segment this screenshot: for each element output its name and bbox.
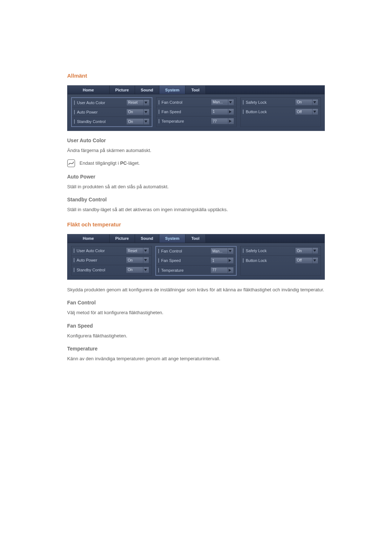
row-marker (243, 110, 244, 114)
value-dropdown[interactable]: Reset (126, 99, 150, 106)
value-text: Man... (212, 249, 226, 253)
value-stepper[interactable]: 77 (211, 118, 234, 124)
value-dropdown[interactable]: On (126, 257, 149, 263)
panel-row: Auto PowerOn (72, 107, 152, 117)
tab-picture[interactable]: Picture (110, 234, 135, 243)
note-text: Endast tillgängligt i PC-läget. (79, 160, 140, 166)
text-fan-speed: Konfigurera fläkthastigheten. (67, 332, 325, 340)
panel-row: Temperature77 (156, 116, 236, 126)
row-marker (159, 110, 159, 114)
row-marker (74, 100, 75, 105)
chevron-down-icon (143, 100, 148, 106)
value-text: Off (297, 258, 311, 262)
row-marker (159, 119, 159, 123)
value-text: Reset (128, 100, 142, 104)
panel-row: Standby ControlOn (72, 265, 151, 275)
row-label: Fan Speed (161, 258, 208, 263)
heading-allmant: Allmänt (67, 73, 325, 79)
value-dropdown[interactable]: On (295, 99, 318, 106)
text-user-auto-color: Ändra färgerna på skärmen automatiskt. (67, 147, 325, 154)
heading-temperature: Temperature (67, 346, 325, 352)
value-text: On (297, 100, 311, 104)
value-text: 77 (212, 268, 226, 272)
row-label: Auto Power (77, 258, 124, 262)
row-marker (74, 249, 74, 253)
row-label: Button Lock (246, 110, 293, 114)
panel-row: Standby ControlOn (72, 117, 152, 126)
row-marker (158, 249, 159, 253)
row-label: Temperature (162, 119, 209, 123)
value-dropdown[interactable]: On (126, 109, 150, 115)
row-marker (74, 119, 75, 124)
panel-column: Safety LockOnButton LockOff (240, 246, 321, 276)
value-stepper[interactable]: 77 (211, 267, 234, 274)
value-dropdown[interactable]: Reset (126, 247, 149, 254)
panel-body-2: User Auto ColorResetAuto PowerOnStandby … (68, 243, 324, 279)
heading-fan-speed: Fan Speed (67, 323, 325, 329)
panel-row: Temperature77 (156, 266, 236, 275)
row-marker (74, 268, 74, 272)
value-dropdown[interactable]: Off (295, 108, 318, 115)
row-label: Standby Control (77, 119, 124, 124)
text-fan-control: Välj metod för att konfigurera fläkthast… (67, 309, 325, 316)
panel-row: User Auto ColorReset (72, 98, 152, 107)
heading-user-auto-color: User Auto Color (67, 138, 325, 143)
chevron-down-icon (312, 109, 317, 115)
panel-row: Fan Speed1 (156, 256, 236, 266)
tab-sound[interactable]: Sound (135, 86, 159, 94)
text-auto-power: Ställ in produkten så att den slås på au… (67, 183, 325, 190)
text-standby-control: Ställ in standby-läget så att det aktive… (67, 206, 325, 213)
value-dropdown[interactable]: On (126, 267, 149, 273)
row-label: Standby Control (77, 268, 124, 272)
value-dropdown[interactable]: On (126, 118, 150, 125)
panel-row: Safety LockOn (241, 98, 320, 107)
panel-row: Fan Speed1 (156, 107, 236, 116)
value-dropdown[interactable]: Off (295, 257, 318, 264)
panel-row: Safety LockOn (241, 246, 320, 256)
arrow-right-icon (228, 118, 232, 124)
arrow-right-icon (228, 109, 232, 115)
tab-system[interactable]: System (159, 86, 185, 94)
settings-panel-1: HomePictureSoundSystemTool User Auto Col… (67, 85, 325, 131)
tab-home[interactable]: Home (68, 86, 110, 94)
row-marker (243, 249, 244, 253)
note-row: Endast tillgängligt i PC-läget. (67, 159, 325, 167)
tab-home[interactable]: Home (68, 234, 110, 243)
row-marker (243, 258, 244, 263)
value-dropdown[interactable]: Man... (211, 99, 234, 106)
chevron-down-icon (143, 119, 148, 124)
panel-column: User Auto ColorResetAuto PowerOnStandby … (71, 97, 152, 127)
panel-body-1: User Auto ColorResetAuto PowerOnStandby … (68, 94, 324, 131)
chevron-down-icon (143, 267, 147, 273)
chevron-down-icon (228, 248, 232, 254)
heading-auto-power: Auto Power (67, 174, 325, 180)
tab-system[interactable]: System (159, 234, 185, 243)
tab-tool[interactable]: Tool (185, 234, 205, 243)
value-dropdown[interactable]: Man... (211, 248, 234, 254)
row-label: Fan Control (162, 100, 209, 104)
value-text: 1 (212, 259, 226, 263)
value-text: 77 (213, 119, 226, 123)
chevron-down-icon (143, 109, 148, 115)
row-label: Temperature (161, 268, 208, 272)
value-stepper[interactable]: 1 (211, 108, 234, 115)
chevron-down-icon (143, 248, 147, 254)
panel-column: Fan ControlMan...Fan Speed1Temperature77 (156, 97, 237, 127)
row-marker (243, 100, 244, 104)
row-marker (74, 110, 75, 114)
heading-flakt: Fläkt och temperatur (67, 221, 325, 227)
tab-tool[interactable]: Tool (185, 86, 205, 94)
tab-sound[interactable]: Sound (135, 234, 159, 243)
row-label: Button Lock (246, 258, 293, 263)
tab-picture[interactable]: Picture (110, 86, 135, 94)
arrow-right-icon (228, 258, 232, 263)
panel-row: User Auto ColorReset (72, 246, 151, 256)
row-label: User Auto Color (77, 249, 124, 253)
row-label: Fan Speed (162, 110, 209, 114)
panel-column: Fan ControlMan...Fan Speed1Temperature77 (155, 246, 237, 276)
value-stepper[interactable]: 1 (211, 257, 234, 264)
value-text: On (128, 258, 142, 262)
value-text: Man... (213, 100, 226, 104)
value-dropdown[interactable]: On (295, 247, 318, 254)
panel-row: Button LockOff (241, 256, 320, 265)
